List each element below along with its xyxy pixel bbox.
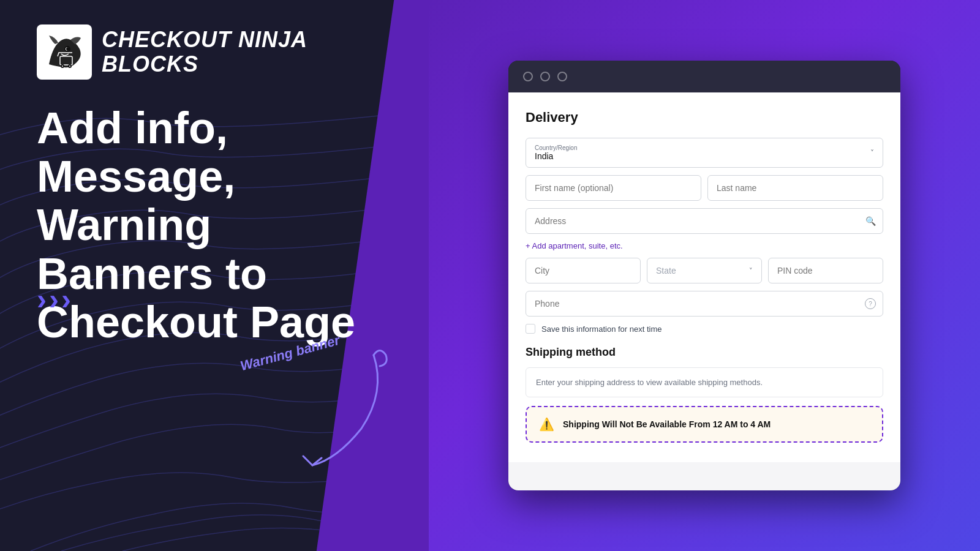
address-input[interactable] — [526, 208, 883, 234]
checkout-area: Delivery Country/Region India ˅ — [508, 92, 900, 490]
last-name-input[interactable] — [707, 175, 883, 201]
save-checkbox-row: Save this information for next time — [526, 324, 883, 334]
address-group: 🔍 — [526, 208, 883, 234]
pin-input[interactable] — [768, 258, 883, 283]
shipping-info-text: Enter your shipping address to view avai… — [536, 378, 873, 387]
arrows: › › › — [37, 282, 71, 316]
headline-line3: Warning — [37, 201, 392, 249]
save-label: Save this information for next time — [541, 324, 662, 334]
window-dot-2 — [540, 72, 550, 81]
delivery-title: Delivery — [526, 110, 883, 126]
state-select[interactable]: State ˅ — [647, 258, 762, 283]
window-dot-3 — [557, 72, 567, 81]
warning-icon: ⚠️ — [539, 417, 554, 432]
search-icon: 🔍 — [865, 216, 876, 226]
right-panel: Delivery Country/Region India ˅ — [429, 0, 980, 551]
window-dot-1 — [523, 72, 533, 81]
browser-chrome — [508, 61, 900, 92]
logo-box — [37, 24, 92, 80]
warning-banner: ⚠️ Shipping Will Not Be Available From 1… — [526, 406, 883, 443]
svg-point-3 — [69, 65, 71, 67]
city-state-pin-row: State ˅ — [526, 258, 883, 283]
headline-line2: Message, — [37, 152, 392, 201]
logo-bar: Checkout Ninja Blocks — [37, 24, 392, 80]
phone-group: ? — [526, 291, 883, 317]
help-icon: ? — [865, 298, 876, 309]
country-value: India — [535, 151, 874, 161]
country-label: Country/Region — [535, 144, 874, 151]
chevron-right-icon-2: › — [49, 282, 59, 316]
chevron-right-icon-3: › — [61, 282, 71, 316]
svg-point-5 — [67, 48, 69, 50]
add-apartment-link[interactable]: + Add apartment, suite, etc. — [526, 241, 883, 250]
chevron-right-icon: › — [37, 282, 47, 316]
phone-input[interactable] — [526, 291, 883, 317]
curved-arrow — [276, 343, 398, 478]
save-checkbox[interactable] — [526, 324, 535, 334]
name-row — [526, 175, 883, 201]
country-select[interactable]: Country/Region India ˅ — [526, 138, 883, 168]
first-name-input[interactable] — [526, 175, 701, 201]
state-chevron-icon: ˅ — [749, 267, 753, 275]
country-group: Country/Region India ˅ — [526, 138, 883, 168]
city-input[interactable] — [526, 258, 641, 283]
headline: Add info, Message, Warning Banners to Ch… — [37, 104, 392, 347]
warning-text: Shipping Will Not Be Available From 12 A… — [563, 419, 771, 429]
logo-icon — [43, 31, 86, 73]
shipping-title: Shipping method — [526, 346, 883, 359]
left-panel: Checkout Ninja Blocks Add info, Message,… — [0, 0, 429, 551]
shipping-info-box: Enter your shipping address to view avai… — [526, 367, 883, 397]
checkout-form: Delivery Country/Region India ˅ — [508, 92, 900, 462]
browser-window: Delivery Country/Region India ˅ — [508, 61, 900, 490]
headline-line1: Add info, — [37, 104, 392, 152]
brand-name: Checkout Ninja Blocks — [102, 28, 392, 76]
svg-point-2 — [61, 65, 64, 67]
state-label: State — [656, 266, 676, 276]
headline-line4: Banners to — [37, 250, 392, 298]
chevron-down-icon: ˅ — [870, 149, 874, 157]
